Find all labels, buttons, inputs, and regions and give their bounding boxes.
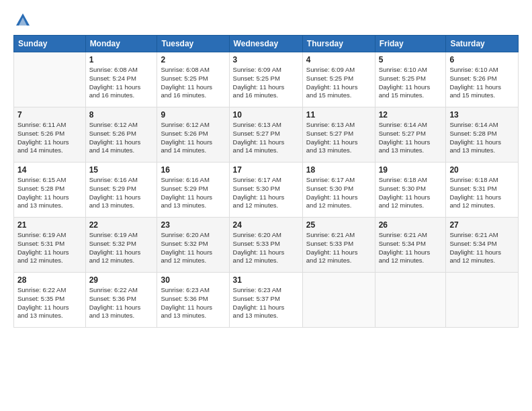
day-info: Sunrise: 6:14 AMSunset: 5:27 PMDaylight:…	[379, 121, 443, 155]
day-number: 25	[306, 220, 371, 230]
calendar-week-row: 21Sunrise: 6:19 AMSunset: 5:31 PMDayligh…	[14, 218, 519, 273]
day-info: Sunrise: 6:09 AMSunset: 5:25 PMDaylight:…	[233, 66, 299, 100]
calendar-day-cell: 12Sunrise: 6:14 AMSunset: 5:27 PMDayligh…	[375, 107, 446, 163]
weekday-header-row: SundayMondayTuesdayWednesdayThursdayFrid…	[14, 36, 519, 52]
day-info: Sunrise: 6:16 AMSunset: 5:29 PMDaylight:…	[161, 176, 225, 210]
day-info: Sunrise: 6:09 AMSunset: 5:25 PMDaylight:…	[306, 66, 371, 100]
day-number: 29	[89, 275, 154, 285]
calendar-week-row: 1Sunrise: 6:08 AMSunset: 5:24 PMDaylight…	[14, 52, 519, 107]
weekday-header-cell: Friday	[375, 36, 446, 52]
calendar-body: 1Sunrise: 6:08 AMSunset: 5:24 PMDaylight…	[14, 52, 519, 328]
calendar-day-cell: 10Sunrise: 6:13 AMSunset: 5:27 PMDayligh…	[229, 107, 302, 163]
calendar-day-cell: 19Sunrise: 6:18 AMSunset: 5:30 PMDayligh…	[375, 163, 446, 218]
day-number: 27	[449, 220, 515, 230]
day-number: 9	[161, 110, 225, 120]
day-number: 10	[233, 110, 299, 120]
calendar-day-cell: 21Sunrise: 6:19 AMSunset: 5:31 PMDayligh…	[14, 218, 86, 273]
day-number: 19	[379, 165, 443, 175]
day-number: 20	[449, 165, 515, 175]
day-number: 7	[17, 110, 82, 120]
day-number: 6	[449, 55, 515, 64]
day-info: Sunrise: 6:22 AMSunset: 5:35 PMDaylight:…	[17, 286, 82, 320]
day-info: Sunrise: 6:23 AMSunset: 5:36 PMDaylight:…	[161, 286, 225, 320]
calendar-day-cell: 20Sunrise: 6:18 AMSunset: 5:31 PMDayligh…	[446, 163, 519, 218]
day-number: 2	[161, 55, 225, 64]
weekday-header-cell: Sunday	[14, 36, 86, 52]
day-info: Sunrise: 6:13 AMSunset: 5:27 PMDaylight:…	[306, 121, 371, 155]
day-info: Sunrise: 6:15 AMSunset: 5:28 PMDaylight:…	[17, 176, 82, 210]
day-info: Sunrise: 6:14 AMSunset: 5:28 PMDaylight:…	[449, 121, 515, 155]
calendar-day-cell	[446, 273, 519, 328]
day-info: Sunrise: 6:21 AMSunset: 5:33 PMDaylight:…	[306, 231, 371, 265]
day-number: 8	[89, 110, 154, 120]
calendar-day-cell: 9Sunrise: 6:12 AMSunset: 5:26 PMDaylight…	[157, 107, 229, 163]
day-number: 23	[161, 220, 225, 230]
day-number: 11	[306, 110, 371, 120]
day-info: Sunrise: 6:10 AMSunset: 5:26 PMDaylight:…	[449, 66, 515, 100]
day-number: 18	[306, 165, 371, 175]
calendar-day-cell: 29Sunrise: 6:22 AMSunset: 5:36 PMDayligh…	[85, 273, 157, 328]
calendar-day-cell: 4Sunrise: 6:09 AMSunset: 5:25 PMDaylight…	[302, 52, 375, 107]
calendar-week-row: 14Sunrise: 6:15 AMSunset: 5:28 PMDayligh…	[14, 163, 519, 218]
day-number: 1	[89, 55, 154, 64]
day-info: Sunrise: 6:23 AMSunset: 5:37 PMDaylight:…	[233, 286, 299, 320]
day-number: 13	[449, 110, 515, 120]
day-info: Sunrise: 6:18 AMSunset: 5:30 PMDaylight:…	[379, 176, 443, 210]
calendar-day-cell: 7Sunrise: 6:11 AMSunset: 5:26 PMDaylight…	[14, 107, 86, 163]
calendar-day-cell: 31Sunrise: 6:23 AMSunset: 5:37 PMDayligh…	[229, 273, 302, 328]
calendar-day-cell: 11Sunrise: 6:13 AMSunset: 5:27 PMDayligh…	[302, 107, 375, 163]
day-number: 31	[233, 275, 299, 285]
calendar-day-cell: 30Sunrise: 6:23 AMSunset: 5:36 PMDayligh…	[157, 273, 229, 328]
calendar-page: SundayMondayTuesdayWednesdayThursdayFrid…	[0, 0, 532, 411]
weekday-header-cell: Wednesday	[229, 36, 302, 52]
calendar-day-cell: 18Sunrise: 6:17 AMSunset: 5:30 PMDayligh…	[302, 163, 375, 218]
calendar-day-cell: 14Sunrise: 6:15 AMSunset: 5:28 PMDayligh…	[14, 163, 86, 218]
calendar-day-cell: 16Sunrise: 6:16 AMSunset: 5:29 PMDayligh…	[157, 163, 229, 218]
calendar-day-cell: 5Sunrise: 6:10 AMSunset: 5:25 PMDaylight…	[375, 52, 446, 107]
day-number: 22	[89, 220, 154, 230]
calendar-day-cell: 23Sunrise: 6:20 AMSunset: 5:32 PMDayligh…	[157, 218, 229, 273]
calendar-day-cell: 25Sunrise: 6:21 AMSunset: 5:33 PMDayligh…	[302, 218, 375, 273]
day-info: Sunrise: 6:08 AMSunset: 5:25 PMDaylight:…	[161, 66, 225, 100]
calendar-table: SundayMondayTuesdayWednesdayThursdayFrid…	[13, 35, 519, 328]
day-info: Sunrise: 6:22 AMSunset: 5:36 PMDaylight:…	[89, 286, 154, 320]
day-info: Sunrise: 6:21 AMSunset: 5:34 PMDaylight:…	[449, 231, 515, 265]
day-number: 26	[379, 220, 443, 230]
calendar-day-cell	[302, 273, 375, 328]
day-info: Sunrise: 6:18 AMSunset: 5:31 PMDaylight:…	[449, 176, 515, 210]
calendar-week-row: 28Sunrise: 6:22 AMSunset: 5:35 PMDayligh…	[14, 273, 519, 328]
calendar-day-cell	[375, 273, 446, 328]
day-number: 30	[161, 275, 225, 285]
day-number: 28	[17, 275, 82, 285]
calendar-day-cell: 8Sunrise: 6:12 AMSunset: 5:26 PMDaylight…	[85, 107, 157, 163]
day-info: Sunrise: 6:13 AMSunset: 5:27 PMDaylight:…	[233, 121, 299, 155]
weekday-header-cell: Saturday	[446, 36, 519, 52]
day-info: Sunrise: 6:10 AMSunset: 5:25 PMDaylight:…	[379, 66, 443, 100]
day-number: 14	[17, 165, 82, 175]
day-number: 5	[379, 55, 443, 64]
day-info: Sunrise: 6:11 AMSunset: 5:26 PMDaylight:…	[17, 121, 82, 155]
calendar-day-cell: 22Sunrise: 6:19 AMSunset: 5:32 PMDayligh…	[85, 218, 157, 273]
day-info: Sunrise: 6:12 AMSunset: 5:26 PMDaylight:…	[161, 121, 225, 155]
calendar-day-cell: 15Sunrise: 6:16 AMSunset: 5:29 PMDayligh…	[85, 163, 157, 218]
logo	[13, 11, 35, 30]
day-info: Sunrise: 6:16 AMSunset: 5:29 PMDaylight:…	[89, 176, 154, 210]
day-number: 4	[306, 55, 371, 64]
calendar-day-cell: 26Sunrise: 6:21 AMSunset: 5:34 PMDayligh…	[375, 218, 446, 273]
day-info: Sunrise: 6:20 AMSunset: 5:33 PMDaylight:…	[233, 231, 299, 265]
logo-icon	[13, 11, 32, 30]
day-info: Sunrise: 6:20 AMSunset: 5:32 PMDaylight:…	[161, 231, 225, 265]
day-info: Sunrise: 6:17 AMSunset: 5:30 PMDaylight:…	[306, 176, 371, 210]
calendar-day-cell: 2Sunrise: 6:08 AMSunset: 5:25 PMDaylight…	[157, 52, 229, 107]
calendar-day-cell: 17Sunrise: 6:17 AMSunset: 5:30 PMDayligh…	[229, 163, 302, 218]
calendar-day-cell: 13Sunrise: 6:14 AMSunset: 5:28 PMDayligh…	[446, 107, 519, 163]
calendar-day-cell: 1Sunrise: 6:08 AMSunset: 5:24 PMDaylight…	[85, 52, 157, 107]
day-info: Sunrise: 6:12 AMSunset: 5:26 PMDaylight:…	[89, 121, 154, 155]
day-number: 16	[161, 165, 225, 175]
day-number: 3	[233, 55, 299, 64]
day-info: Sunrise: 6:17 AMSunset: 5:30 PMDaylight:…	[233, 176, 299, 210]
calendar-day-cell: 24Sunrise: 6:20 AMSunset: 5:33 PMDayligh…	[229, 218, 302, 273]
calendar-day-cell: 6Sunrise: 6:10 AMSunset: 5:26 PMDaylight…	[446, 52, 519, 107]
day-number: 17	[233, 165, 299, 175]
page-header	[13, 11, 519, 30]
